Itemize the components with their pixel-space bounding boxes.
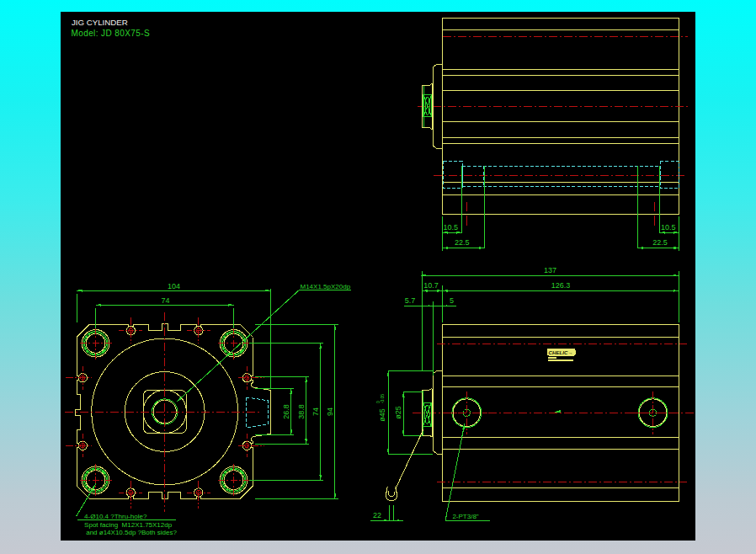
svg-text:126.3: 126.3 bbox=[551, 281, 571, 290]
svg-text:137: 137 bbox=[544, 266, 556, 274]
svg-text:5: 5 bbox=[450, 296, 454, 305]
svg-text:-0.05: -0.05 bbox=[381, 394, 385, 403]
svg-text:Spot facing M12X1.75X12dp: Spot facing M12X1.75X12dp bbox=[84, 521, 173, 529]
svg-text:74: 74 bbox=[161, 296, 169, 305]
svg-text:CHELIC→: CHELIC→ bbox=[549, 349, 573, 355]
svg-text:10.7: 10.7 bbox=[423, 281, 439, 290]
svg-text:2-PT3/8": 2-PT3/8" bbox=[452, 513, 478, 520]
svg-text:22.5: 22.5 bbox=[455, 238, 470, 247]
svg-text:74: 74 bbox=[311, 408, 320, 416]
svg-text:ø45: ø45 bbox=[378, 408, 386, 422]
svg-text:M14X1.5pX20dp: M14X1.5pX20dp bbox=[301, 283, 351, 290]
svg-text:104: 104 bbox=[168, 282, 180, 290]
svg-text:5.7: 5.7 bbox=[405, 296, 416, 305]
svg-text:10.5: 10.5 bbox=[444, 223, 459, 232]
svg-text:26.8: 26.8 bbox=[282, 404, 290, 419]
svg-text:ø25: ø25 bbox=[394, 406, 402, 419]
svg-text:22.5: 22.5 bbox=[652, 238, 668, 247]
svg-text:and ø14X10.5dp ?Both sides?: and ø14X10.5dp ?Both sides? bbox=[86, 529, 177, 536]
svg-text:4-Ø10.4 ?Thru-hole?: 4-Ø10.4 ?Thru-hole? bbox=[84, 513, 147, 520]
svg-text:94: 94 bbox=[326, 408, 334, 416]
svg-text:JIG CYLINDER: JIG CYLINDER bbox=[72, 18, 128, 27]
svg-text:Model: JD 80X75-S: Model: JD 80X75-S bbox=[72, 29, 151, 38]
svg-text:38.8: 38.8 bbox=[297, 404, 306, 419]
svg-text:22: 22 bbox=[373, 511, 381, 519]
svg-text:10.5: 10.5 bbox=[661, 223, 676, 232]
